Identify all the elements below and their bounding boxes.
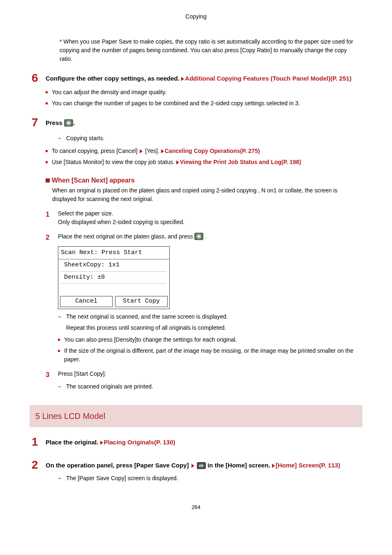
step-heading: Place the original. Placing Originals(P.… <box>46 437 360 447</box>
lcd-screenshot: Scan Next: Press Start SheetxCopy: 1x1 D… <box>58 246 170 309</box>
result-line: ➠ Copying starts. <box>58 134 360 143</box>
square-bullet-icon <box>46 178 50 183</box>
lcd-gap <box>58 284 169 294</box>
start-button-icon <box>64 119 73 127</box>
bullet-item: You can also press [Density]to change th… <box>58 335 360 344</box>
cross-ref-link[interactable]: [Home] Screen(P. 113) <box>276 462 340 469</box>
bullet-mid: [Yes]. <box>145 148 161 154</box>
result-arrow-icon: ➠ <box>58 475 65 481</box>
svg-rect-1 <box>67 122 70 124</box>
intro-note: * When you use Paper Save to make copies… <box>60 37 360 63</box>
step-7-bullets: To cancel copying, press [Cancel] [Yes].… <box>46 147 360 166</box>
step-7: 7 Press . <box>32 118 360 128</box>
result-text: Copying starts. <box>66 134 104 143</box>
result-arrow-icon: ➠ <box>58 135 65 141</box>
bullet-item: If the size of the original is different… <box>58 347 360 364</box>
svg-rect-3 <box>198 235 200 238</box>
triangle-right-icon <box>191 464 194 468</box>
step-number: 7 <box>32 117 46 128</box>
substep-body: Place the next original on the platen gl… <box>58 232 360 241</box>
step-text-post: . <box>73 119 75 126</box>
cross-ref-link[interactable]: Viewing the Print Job Status and Log(P. … <box>180 159 301 165</box>
step-heading: On the operation panel, press [Paper Sav… <box>46 460 360 470</box>
result-arrow-icon: ➠ <box>58 384 65 390</box>
section2-step-2: 2 On the operation panel, press [Paper S… <box>32 460 360 471</box>
scan-next-body: When an original is placed on the platen… <box>52 186 360 204</box>
bullet-item: Use [Status Monitor] to view the copy jo… <box>46 158 360 166</box>
substep-pre: Place the next original on the platen gl… <box>58 233 194 240</box>
section2-step-1: 1 Place the original. Placing Originals(… <box>32 437 360 448</box>
link-arrow-icon <box>181 77 184 81</box>
substep-2-bullets: You can also press [Density]to change th… <box>58 335 360 364</box>
result-text: The [Paper Save Copy] screen is displaye… <box>66 474 178 483</box>
step-text-post: in the [Home] screen. <box>208 462 272 469</box>
bullet-dot-icon <box>46 91 48 93</box>
link-arrow-icon <box>100 441 103 445</box>
bullet-text: You can also press [Density]to change th… <box>64 335 360 344</box>
step-6: 6 Configure the other copy settings, as … <box>32 73 360 84</box>
result-text: The scanned originals are printed. <box>66 382 153 391</box>
bullet-dot-icon <box>46 150 48 152</box>
bullet-text: You can adjust the density and image qua… <box>52 88 360 97</box>
bullet-text: Use [Status Monitor] to view the copy jo… <box>52 158 360 166</box>
link-arrow-icon <box>161 149 164 153</box>
result-text: The next original is scanned, and the sa… <box>66 312 228 321</box>
bullet-item: To cancel copying, press [Cancel] [Yes].… <box>46 147 360 155</box>
bullet-pre: Use [Status Monitor] to view the copy jo… <box>52 159 176 165</box>
link-arrow-icon <box>272 464 275 468</box>
result-arrow-icon: ➠ <box>58 314 65 320</box>
step-heading: Configure the other copy settings, as ne… <box>46 73 360 83</box>
start-button-icon <box>194 233 203 240</box>
result-line-cont: Repeat this process until scanning of al… <box>66 324 360 332</box>
lcd-row: SheetxCopy: 1x1 <box>62 259 166 272</box>
bullet-item: You can change the number of pages to be… <box>46 99 360 108</box>
substep-2: 2 Place the next original on the platen … <box>46 232 360 243</box>
bullet-text: To cancel copying, press [Cancel] [Yes].… <box>52 147 360 155</box>
substep-line: Press [Start Copy]. <box>58 370 360 378</box>
result-line: ➠ The [Paper Save Copy] screen is displa… <box>58 474 360 483</box>
substep-3: 3 Press [Start Copy]. <box>46 370 360 380</box>
page-header-title: Copying <box>32 12 360 21</box>
page-container: Copying * When you use Paper Save to mak… <box>0 0 392 528</box>
result-line: ➠ The next original is scanned, and the … <box>58 312 360 321</box>
step-text-pre: Place the original. <box>46 439 100 446</box>
cross-ref-link[interactable]: Placing Originals(P. 130) <box>104 439 175 446</box>
substep-line: Select the paper size. <box>58 209 360 218</box>
substep-number: 1 <box>46 209 58 220</box>
result-line: ➠ The scanned originals are printed. <box>58 382 360 391</box>
cross-ref-link[interactable]: Canceling Copy Operations(P. 275) <box>165 148 260 154</box>
step-7-body: ➠ Copying starts. <box>58 134 360 143</box>
substep-3-results: ➠ The scanned originals are printed. <box>58 382 360 391</box>
bullet-text: If the size of the original is different… <box>64 347 360 364</box>
link-arrow-icon <box>176 160 179 164</box>
bullet-dot-icon <box>58 339 60 341</box>
substep-body: Select the paper size. Only displayed wh… <box>58 209 360 227</box>
substep-1: 1 Select the paper size. Only displayed … <box>46 209 360 227</box>
lcd-head: Scan Next: Press Start <box>58 247 169 260</box>
cross-ref-link[interactable]: Additional Copying Features (Touch Panel… <box>185 75 351 82</box>
section2-step-2-results: ➠ The [Paper Save Copy] screen is displa… <box>58 474 360 483</box>
substep-line: Only displayed when 2-sided copying is s… <box>58 218 360 227</box>
step-number: 6 <box>32 72 46 84</box>
step-number: 1 <box>32 436 46 448</box>
step-text-pre: On the operation panel, press [Paper Sav… <box>46 462 191 469</box>
step-number: 2 <box>32 459 46 471</box>
bullet-dot-icon <box>58 350 60 352</box>
lcd-start-copy-button: Start Copy <box>115 296 168 307</box>
step-text-pre: Press <box>46 119 64 126</box>
bullet-dot-icon <box>46 102 48 104</box>
bullet-dot-icon <box>46 161 48 163</box>
substep-body: Press [Start Copy]. <box>58 370 360 378</box>
step-heading-text: Configure the other copy settings, as ne… <box>46 75 181 82</box>
bullet-text: You can change the number of pages to be… <box>52 99 360 108</box>
page-number: 264 <box>32 503 360 511</box>
substep-post: . <box>203 233 207 240</box>
section-5-lines-header: 5 Lines LCD Model <box>30 405 362 427</box>
bullet-pre: To cancel copying, press [Cancel] <box>52 148 139 154</box>
scan-next-header: When [Scan Next] appears <box>46 176 360 185</box>
substep-2-results: ➠ The next original is scanned, and the … <box>58 312 360 332</box>
triangle-right-icon <box>140 149 143 153</box>
substep-number: 3 <box>46 370 58 380</box>
step-6-bullets: You can adjust the density and image qua… <box>46 88 360 108</box>
bullet-item: You can adjust the density and image qua… <box>46 88 360 97</box>
